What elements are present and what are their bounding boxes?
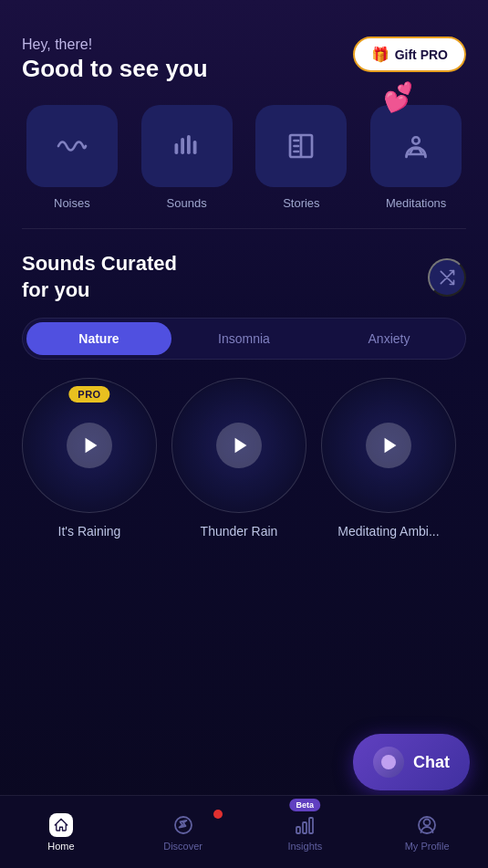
insights-icon: [293, 813, 317, 837]
svg-marker-5: [85, 438, 97, 454]
sound-card-raining[interactable]: PRO It's Raining: [22, 378, 157, 539]
curated-title: Sounds Curated for you: [22, 251, 177, 303]
stories-icon-box: [255, 105, 347, 187]
bottom-nav: Home Discover Beta Insights: [0, 795, 488, 868]
shuffle-icon: [438, 268, 456, 287]
discover-icon: [171, 813, 195, 837]
sound-name-meditating: Meditating Ambi...: [337, 524, 439, 539]
play-icon: [81, 435, 101, 455]
discover-notification-badge: [213, 810, 223, 819]
play-button-raining[interactable]: [67, 423, 112, 468]
gift-icon: 🎁: [371, 46, 389, 63]
book-icon: [285, 130, 317, 162]
nav-profile[interactable]: My Profile: [366, 806, 488, 859]
sound-cards-row: PRO It's Raining Thunder Rain: [0, 378, 488, 539]
category-stories[interactable]: Stories: [255, 105, 347, 210]
sound-name-thunder: Thunder Rain: [201, 524, 278, 539]
beta-badge: Beta: [290, 799, 321, 811]
pro-badge: PRO: [68, 386, 109, 403]
svg-marker-6: [234, 438, 246, 454]
svg-rect-12: [309, 818, 313, 833]
chat-button[interactable]: Chat: [353, 734, 470, 790]
stories-label: Stories: [283, 196, 319, 210]
sound-circle-meditating: [321, 378, 456, 513]
curated-section-header: Sounds Curated for you: [0, 233, 488, 318]
nav-insights[interactable]: Beta Insights: [244, 806, 367, 859]
svg-point-4: [412, 137, 420, 144]
categories-row: Noises Sounds Stories: [0, 98, 488, 225]
bars-icon: [171, 130, 203, 162]
meditation-icon: [400, 130, 432, 162]
section-divider: [22, 228, 466, 229]
noises-icon-box: [26, 105, 118, 187]
category-meditations[interactable]: Meditations: [370, 105, 462, 210]
meditations-icon-box: [370, 105, 462, 187]
play-button-meditating[interactable]: [366, 423, 411, 468]
tab-anxiety[interactable]: Anxiety: [317, 322, 462, 355]
sound-card-meditating[interactable]: Meditating Ambi...: [321, 378, 456, 539]
play-icon: [231, 435, 251, 455]
sound-circle-raining: PRO: [22, 378, 157, 513]
nav-profile-label: My Profile: [405, 841, 450, 852]
filter-tabs: Nature Insomnia Anxiety: [22, 318, 466, 360]
svg-rect-2: [187, 135, 191, 154]
header: Hey, there! Good to see you 🎁 Gift PRO: [0, 0, 488, 98]
play-button-thunder[interactable]: [216, 423, 262, 468]
nav-insights-label: Insights: [287, 841, 322, 852]
greeting-small: Hey, there!: [22, 37, 208, 53]
sound-name-raining: It's Raining: [58, 524, 121, 539]
gift-pro-button[interactable]: 🎁 Gift PRO: [353, 37, 466, 72]
svg-marker-7: [384, 438, 396, 454]
tab-nature[interactable]: Nature: [26, 322, 171, 355]
sounds-label: Sounds: [167, 196, 207, 210]
svg-point-14: [424, 819, 431, 825]
wave-icon: [56, 130, 88, 162]
chat-avatar: [373, 747, 404, 778]
category-sounds[interactable]: Sounds: [141, 105, 233, 210]
nav-discover-label: Discover: [163, 841, 202, 852]
noises-label: Noises: [54, 196, 90, 210]
svg-rect-10: [296, 827, 300, 833]
nav-home-label: Home: [47, 841, 74, 852]
svg-rect-0: [174, 143, 178, 154]
meditations-label: Meditations: [386, 196, 446, 210]
play-icon: [380, 435, 400, 455]
svg-rect-11: [303, 822, 306, 833]
greeting-block: Hey, there! Good to see you: [22, 37, 208, 83]
home-icon: [49, 813, 73, 837]
chat-label: Chat: [413, 753, 450, 772]
svg-rect-3: [192, 141, 196, 154]
nav-discover[interactable]: Discover: [122, 806, 244, 859]
category-noises[interactable]: Noises: [26, 105, 118, 210]
gift-button-label: Gift PRO: [395, 47, 448, 62]
nav-home[interactable]: Home: [0, 806, 122, 859]
chat-avatar-dot: [381, 755, 396, 769]
tab-insomnia[interactable]: Insomnia: [171, 322, 317, 355]
sound-card-thunder[interactable]: Thunder Rain: [171, 378, 306, 539]
greeting-large: Good to see you: [22, 55, 208, 83]
svg-rect-1: [181, 138, 184, 154]
sounds-icon-box: [141, 105, 233, 187]
sound-circle-thunder: [171, 378, 306, 513]
shuffle-button[interactable]: [428, 258, 466, 297]
profile-icon: [415, 813, 439, 837]
